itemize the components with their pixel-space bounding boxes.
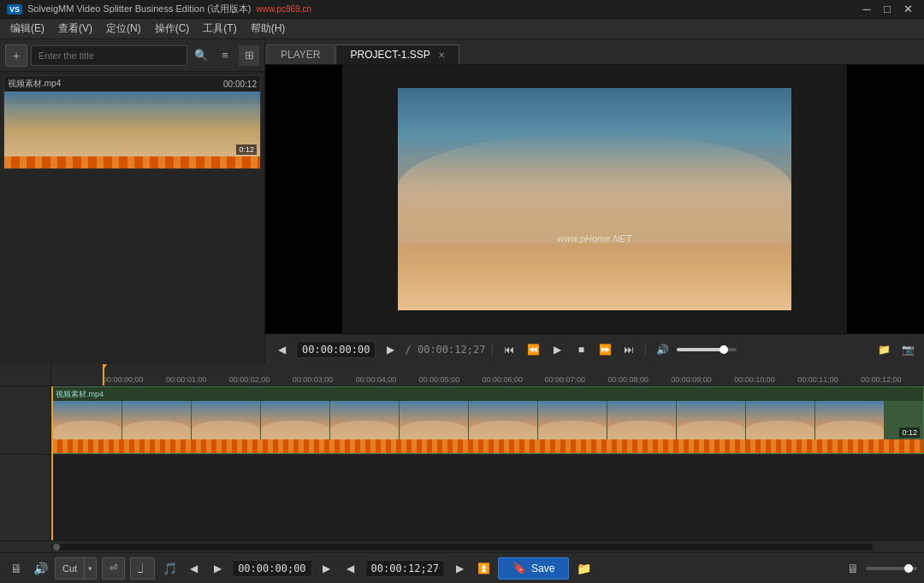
menu-bar: 编辑(E) 查看(V) 定位(N) 操作(C) 工具(T) 帮助(H) bbox=[0, 19, 924, 39]
tab-project[interactable]: PROJECT-1.SSP ✕ bbox=[335, 44, 459, 64]
cut-dropdown[interactable]: Cut ▾ bbox=[55, 557, 97, 580]
open-folder-button[interactable]: 📁 bbox=[874, 340, 893, 359]
media-item[interactable]: 视频素材.mp4 00:00:12 0:12 bbox=[3, 75, 261, 169]
cut-label[interactable]: Cut bbox=[56, 558, 85, 579]
h-scrollbar[interactable] bbox=[51, 544, 873, 551]
play-forward-button[interactable]: ▶ bbox=[381, 340, 400, 359]
bottom-next-button[interactable]: ▶ bbox=[317, 559, 336, 578]
body-area: + 🔍 ≡ ⊞ 视频素材.mp4 00:00:12 0:12 bbox=[0, 39, 924, 583]
film-strip-bottom bbox=[4, 156, 260, 168]
menu-position[interactable]: 定位(N) bbox=[99, 20, 148, 38]
step-forward-button[interactable]: ⏭ bbox=[619, 340, 638, 359]
minimize-button[interactable]: ─ bbox=[857, 0, 876, 19]
bottom-trim-button[interactable]: ⏫ bbox=[474, 559, 493, 578]
screenshot-button[interactable]: 📷 bbox=[898, 340, 917, 359]
clip-footer bbox=[52, 439, 923, 453]
clip-header: 视频素材.mp4 bbox=[52, 387, 923, 401]
track-thumb-5 bbox=[330, 401, 399, 439]
stop-button[interactable]: ■ bbox=[572, 340, 590, 359]
timeline-section: 00:00:00;00 00:00:01;00 00:00:02;00 00:0… bbox=[0, 364, 924, 552]
separator bbox=[492, 343, 493, 356]
step-back-frame-button[interactable]: ⏮ bbox=[500, 340, 518, 359]
menu-view[interactable]: 查看(V) bbox=[51, 20, 99, 38]
track-thumb-2 bbox=[122, 401, 191, 439]
bottom-time-current: 00:00:00;00 bbox=[232, 560, 311, 577]
bottom-prev-button[interactable]: ◀ bbox=[184, 559, 203, 578]
time-total-display: / 00:00:12;27 bbox=[405, 344, 485, 356]
video-track-clip[interactable]: 视频素材.mp4 bbox=[51, 386, 924, 454]
tick-6: 00:00:06;00 bbox=[483, 375, 524, 384]
tick-10: 00:00:10;00 bbox=[734, 375, 775, 384]
audio-trim-button[interactable]: 🎵 bbox=[160, 559, 179, 578]
menu-edit[interactable]: 编辑(E) bbox=[3, 20, 51, 38]
tab-project-label: PROJECT-1.SSP bbox=[350, 49, 429, 61]
track-row-video: 视频素材.mp4 bbox=[51, 386, 924, 455]
volume-icon[interactable]: 🔊 bbox=[653, 340, 672, 359]
tab-player[interactable]: PLAYER bbox=[266, 44, 335, 64]
frame-back-button[interactable]: ⏪ bbox=[524, 340, 542, 359]
mark-out-button[interactable]: ⏌ bbox=[130, 557, 155, 580]
clip-thumbnails bbox=[52, 401, 923, 439]
cut-dropdown-arrow[interactable]: ▾ bbox=[85, 558, 96, 579]
tab-bar: PLAYER PROJECT-1.SSP ✕ bbox=[265, 39, 924, 65]
bottom-play-button[interactable]: ▶ bbox=[208, 559, 227, 578]
speaker-icon-button[interactable]: 🔊 bbox=[31, 559, 50, 578]
timeline-ruler-row: 00:00:00;00 00:00:01;00 00:00:02;00 00:0… bbox=[0, 364, 924, 386]
tick-11: 00:00:11;00 bbox=[797, 375, 838, 384]
track-thumb-7 bbox=[469, 401, 537, 439]
monitor-icon-button[interactable]: 🖥 bbox=[7, 559, 26, 578]
zoom-thumb[interactable] bbox=[904, 564, 913, 573]
bottom-bracket-left[interactable]: ◀ bbox=[341, 559, 360, 578]
search-input[interactable] bbox=[31, 45, 187, 66]
title-bar: VS SolveigMM Video Splitter Business Edi… bbox=[0, 0, 924, 19]
menu-operation[interactable]: 操作(C) bbox=[148, 20, 197, 38]
track-thumb-11 bbox=[746, 401, 814, 439]
video-left-black bbox=[265, 65, 342, 333]
volume-thumb[interactable] bbox=[720, 345, 728, 354]
media-thumbnail: 0:12 bbox=[4, 91, 260, 168]
display-mode-button[interactable]: 🖥 bbox=[844, 559, 862, 578]
tick-0: 00:00:00;00 bbox=[103, 375, 144, 384]
menu-tools[interactable]: 工具(T) bbox=[196, 20, 243, 38]
track-thumb-3 bbox=[192, 401, 260, 439]
tick-4: 00:00:04;00 bbox=[356, 375, 397, 384]
tab-player-label: PLAYER bbox=[281, 49, 320, 61]
save-icon: 🔖 bbox=[512, 562, 526, 574]
list-view-button[interactable]: ≡ bbox=[215, 45, 235, 66]
timeline-scrollbar[interactable] bbox=[0, 540, 924, 552]
step-back-button[interactable]: ◀ bbox=[272, 340, 291, 359]
maximize-button[interactable]: □ bbox=[878, 0, 897, 19]
tick-8: 00:00:08;00 bbox=[607, 375, 649, 384]
track-labels bbox=[0, 386, 51, 540]
zoom-slider[interactable] bbox=[866, 567, 917, 570]
grid-view-button[interactable]: ⊞ bbox=[239, 45, 259, 66]
mark-in-button[interactable]: ⏎ bbox=[102, 557, 125, 580]
title-bar-left: VS SolveigMM Video Splitter Business Edi… bbox=[7, 3, 311, 15]
left-toolbar: + 🔍 ≡ ⊞ bbox=[0, 39, 264, 72]
play-button[interactable]: ▶ bbox=[548, 340, 566, 359]
right-panel: PLAYER PROJECT-1.SSP ✕ www.pHome.NET bbox=[265, 39, 924, 364]
time-current-display: 00:00:00:00 bbox=[296, 341, 376, 358]
close-button[interactable]: ✕ bbox=[898, 0, 917, 19]
frame-forward-button[interactable]: ⏩ bbox=[595, 340, 614, 359]
bottom-bracket-right[interactable]: ▶ bbox=[450, 559, 469, 578]
clip-time-badge: 0:12 bbox=[899, 427, 920, 438]
save-button[interactable]: 🔖 Save bbox=[498, 557, 569, 580]
output-folder-button[interactable]: 📁 bbox=[574, 559, 593, 578]
tick-2: 00:00:02;00 bbox=[229, 375, 270, 384]
timeline-ruler: 00:00:00;00 00:00:01;00 00:00:02;00 00:0… bbox=[103, 364, 924, 386]
player-area: www.pHome.NET bbox=[265, 65, 924, 333]
tick-9: 00:00:09;00 bbox=[671, 375, 712, 384]
volume-slider[interactable] bbox=[677, 348, 737, 351]
track-label-video bbox=[0, 386, 50, 455]
ruler-ticks: 00:00:00;00 00:00:01;00 00:00:02;00 00:0… bbox=[103, 364, 924, 386]
tick-7: 00:00:07;00 bbox=[544, 375, 585, 384]
scroll-control: 🖥 bbox=[844, 559, 917, 578]
add-media-button[interactable]: + bbox=[5, 44, 27, 67]
menu-help[interactable]: 帮助(H) bbox=[244, 20, 293, 38]
title-bar-controls: ─ □ ✕ bbox=[857, 0, 917, 19]
tab-close-icon[interactable]: ✕ bbox=[438, 50, 445, 60]
search-icon[interactable]: 🔍 bbox=[191, 45, 211, 66]
h-scrollbar-thumb[interactable] bbox=[53, 544, 60, 551]
app-title: SolveigMM Video Splitter Business Editio… bbox=[27, 3, 251, 15]
